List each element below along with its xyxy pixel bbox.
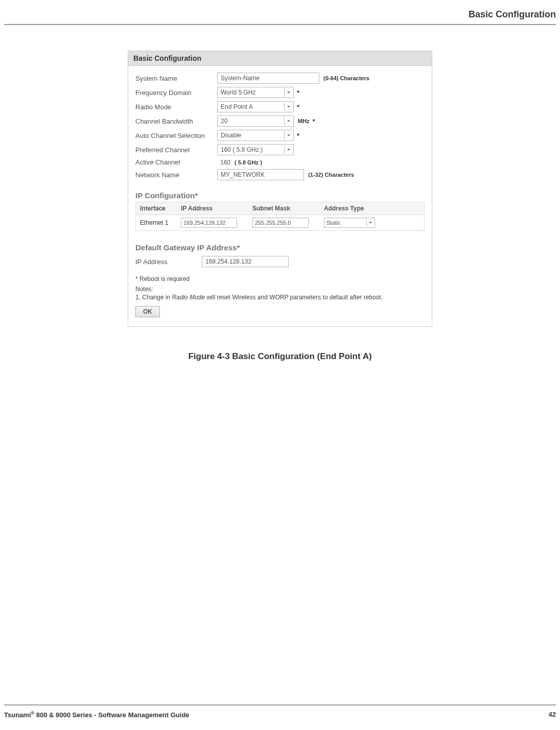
select-frequency-domain-value: World 5 GHz [221,89,284,96]
basic-fields-section: System Name (0-64) Characters Frequency … [128,66,432,186]
col-address-type: Address Type [320,202,376,215]
col-ip-address: IP Address [177,202,248,215]
select-channel-bandwidth-value: 20 [221,117,284,125]
gateway-row: IP Address [128,254,432,271]
row-preferred-channel: Preferred Channel 160 ( 5.8 GHz ) [135,143,425,157]
cell-interface: Ethernet 1 [136,217,177,229]
panel-title: Basic Configuration [128,51,432,66]
notes-title: Notes: [135,286,425,293]
chevron-down-icon [284,131,292,139]
note-line-1: 1. Change in Radio Mode will reset Wirel… [135,294,425,301]
row-network-name: Network Name (1-32) Characters [135,168,425,182]
label-auto-channel: Auto Channel Selection [135,132,217,139]
select-preferred-channel-value: 160 ( 5.8 GHz ) [221,146,284,153]
label-radio-mode: Radio Mode [135,103,217,111]
reboot-note: * Reboot is required [135,275,425,282]
select-address-type[interactable]: Static [324,218,375,228]
page-footer: Tsunami® 800 & 8000 Series - Software Ma… [4,704,556,719]
note-1-suffix: will reset Wireless and WORP parameters … [205,294,383,301]
ok-button[interactable]: OK [135,306,160,317]
note-1-prefix: 1. Change in [135,294,172,301]
label-system-name: System Name [135,75,217,82]
footer-title: 800 & 8000 Series - Software Management … [34,711,189,719]
select-frequency-domain[interactable]: World 5 GHz [217,87,294,98]
input-ip-address[interactable] [181,218,237,228]
note-1-italic: Radio Mode [172,294,205,301]
input-system-name[interactable] [217,73,319,84]
col-subnet-mask: Subnet Mask [248,202,320,215]
label-preferred-channel: Preferred Channel [135,146,217,154]
chevron-down-icon [366,219,374,226]
figure-caption: Figure 4-3 Basic Configuration (End Poin… [0,351,560,362]
input-subnet-mask[interactable] [252,218,309,228]
ip-config-title: IP Configuration* [128,186,432,202]
footer-left: Tsunami® 800 & 8000 Series - Software Ma… [4,711,190,719]
notes-section: * Reboot is required Notes: 1. Change in… [128,271,432,326]
row-frequency-domain: Frequency Domain World 5 GHz * [135,85,425,100]
footer-brand: Tsunami [4,711,31,719]
select-radio-mode[interactable]: End Point A [217,101,294,112]
value-active-channel: 160 [217,159,230,166]
select-radio-mode-value: End Point A [221,103,284,110]
label-active-channel: Active Channel [135,158,217,166]
chevron-down-icon [284,117,292,125]
col-interface: Interface [136,202,177,215]
row-channel-bandwidth: Channel Bandwidth 20 MHz * [135,114,425,128]
label-network-name: Network Name [135,171,217,179]
input-gateway-ip[interactable] [202,256,289,267]
footer-divider [4,704,556,705]
row-system-name: System Name (0-64) Characters [135,71,425,85]
star-icon: * [297,103,299,111]
row-active-channel: Active Channel 160 ( 5.8 GHz ) [135,157,425,168]
select-address-type-value: Static [326,220,341,226]
label-frequency-domain: Frequency Domain [135,89,217,97]
star-icon: * [297,132,299,139]
input-network-name[interactable] [217,169,304,180]
row-radio-mode: Radio Mode End Point A * [135,100,425,114]
config-panel: Basic Configuration System Name (0-64) C… [128,51,432,327]
suffix-network-name: (1-32) Characters [308,172,354,178]
row-auto-channel: Auto Channel Selection Disable * [135,128,425,143]
ip-config-table: Interface IP Address Subnet Mask Address… [135,202,425,231]
gateway-title: Default Gateway IP Address* [128,234,432,254]
suffix-system-name: (0-64) Characters [323,75,369,81]
label-gateway-ip: IP Address [135,258,202,266]
select-auto-channel[interactable]: Disable [217,130,294,141]
page-number: 42 [549,711,556,719]
label-channel-bandwidth: Channel Bandwidth [135,117,217,125]
select-preferred-channel[interactable]: 160 ( 5.8 GHz ) [217,144,294,155]
ip-config-row: Ethernet 1 Static [136,215,424,230]
select-channel-bandwidth[interactable]: 20 [217,115,294,127]
unit-mhz: MHz [298,118,310,124]
chevron-down-icon [284,88,292,97]
page-header: Basic Configuration [0,0,560,24]
chevron-down-icon [284,146,292,154]
select-auto-channel-value: Disable [221,132,284,139]
ip-config-header: Interface IP Address Subnet Mask Address… [136,202,424,215]
star-icon: * [313,117,315,125]
star-icon: * [297,89,299,97]
header-divider [4,24,556,25]
value-active-channel-freq: ( 5.8 GHz ) [235,159,262,166]
chevron-down-icon [284,103,292,111]
